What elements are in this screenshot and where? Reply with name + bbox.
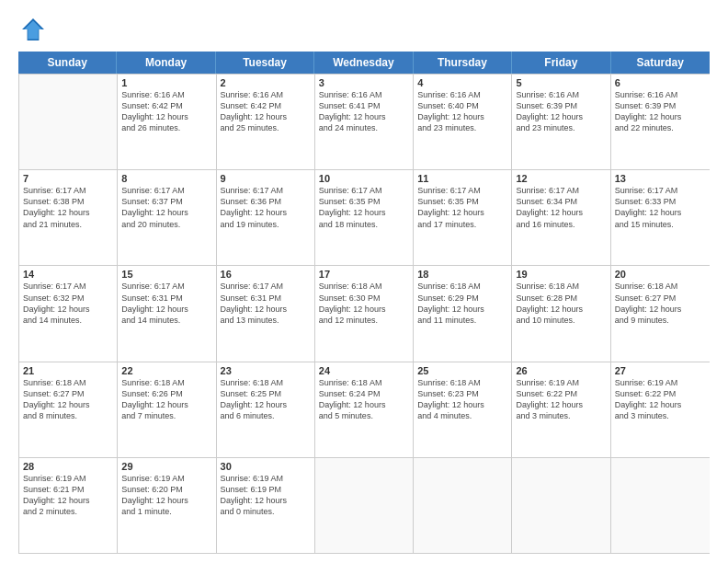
page: SundayMondayTuesdayWednesdayThursdayFrid… bbox=[0, 0, 728, 563]
cal-cell-5: 5Sunrise: 6:16 AM Sunset: 6:39 PM Daylig… bbox=[512, 75, 610, 169]
cal-cell-26: 26Sunrise: 6:19 AM Sunset: 6:22 PM Dayli… bbox=[512, 362, 610, 457]
cell-date-4: 4 bbox=[417, 77, 507, 88]
calendar-body: 1Sunrise: 6:16 AM Sunset: 6:42 PM Daylig… bbox=[18, 74, 710, 554]
cell-info-3: Sunrise: 6:16 AM Sunset: 6:41 PM Dayligh… bbox=[319, 89, 409, 134]
header-day-wednesday: Wednesday bbox=[314, 52, 413, 74]
cell-date-10: 10 bbox=[319, 173, 409, 184]
cell-info-17: Sunrise: 6:18 AM Sunset: 6:30 PM Dayligh… bbox=[319, 281, 409, 326]
cal-cell-27: 27Sunrise: 6:19 AM Sunset: 6:22 PM Dayli… bbox=[611, 362, 710, 457]
cal-cell-22: 22Sunrise: 6:18 AM Sunset: 6:26 PM Dayli… bbox=[118, 362, 216, 457]
cal-cell-17: 17Sunrise: 6:18 AM Sunset: 6:30 PM Dayli… bbox=[315, 266, 414, 361]
cell-date-5: 5 bbox=[516, 77, 606, 88]
cell-info-1: Sunrise: 6:16 AM Sunset: 6:42 PM Dayligh… bbox=[121, 89, 211, 134]
svg-marker-1 bbox=[24, 20, 41, 39]
calendar-row-4: 21Sunrise: 6:18 AM Sunset: 6:27 PM Dayli… bbox=[19, 362, 710, 458]
cell-info-24: Sunrise: 6:18 AM Sunset: 6:24 PM Dayligh… bbox=[319, 377, 409, 422]
cell-date-24: 24 bbox=[319, 365, 409, 376]
cal-cell-23: 23Sunrise: 6:18 AM Sunset: 6:25 PM Dayli… bbox=[217, 362, 315, 457]
cell-date-3: 3 bbox=[319, 77, 409, 88]
cal-cell-29: 29Sunrise: 6:19 AM Sunset: 6:20 PM Dayli… bbox=[118, 458, 216, 553]
cal-cell-21: 21Sunrise: 6:18 AM Sunset: 6:27 PM Dayli… bbox=[19, 362, 118, 457]
cell-date-14: 14 bbox=[23, 269, 113, 280]
cell-info-4: Sunrise: 6:16 AM Sunset: 6:40 PM Dayligh… bbox=[417, 89, 507, 134]
cell-info-8: Sunrise: 6:17 AM Sunset: 6:37 PM Dayligh… bbox=[121, 185, 211, 230]
cell-info-21: Sunrise: 6:18 AM Sunset: 6:27 PM Dayligh… bbox=[23, 377, 113, 422]
calendar-row-1: 1Sunrise: 6:16 AM Sunset: 6:42 PM Daylig… bbox=[19, 75, 710, 170]
cal-cell-8: 8Sunrise: 6:17 AM Sunset: 6:37 PM Daylig… bbox=[118, 170, 216, 265]
cell-info-9: Sunrise: 6:17 AM Sunset: 6:36 PM Dayligh… bbox=[221, 185, 311, 230]
cal-cell-19: 19Sunrise: 6:18 AM Sunset: 6:28 PM Dayli… bbox=[512, 266, 610, 361]
cell-info-15: Sunrise: 6:17 AM Sunset: 6:31 PM Dayligh… bbox=[121, 281, 211, 326]
cell-info-18: Sunrise: 6:18 AM Sunset: 6:29 PM Dayligh… bbox=[417, 281, 507, 326]
cell-info-10: Sunrise: 6:17 AM Sunset: 6:35 PM Dayligh… bbox=[319, 185, 409, 230]
cell-date-22: 22 bbox=[121, 365, 211, 376]
cal-cell-10: 10Sunrise: 6:17 AM Sunset: 6:35 PM Dayli… bbox=[315, 170, 414, 265]
calendar-row-5: 28Sunrise: 6:19 AM Sunset: 6:21 PM Dayli… bbox=[19, 458, 710, 554]
cal-cell-7: 7Sunrise: 6:17 AM Sunset: 6:38 PM Daylig… bbox=[19, 170, 118, 265]
cell-date-2: 2 bbox=[221, 77, 311, 88]
header bbox=[18, 15, 710, 44]
cell-date-23: 23 bbox=[221, 365, 311, 376]
calendar: SundayMondayTuesdayWednesdayThursdayFrid… bbox=[18, 52, 710, 554]
header-day-saturday: Saturday bbox=[611, 52, 710, 74]
logo bbox=[18, 15, 51, 44]
cal-cell-16: 16Sunrise: 6:17 AM Sunset: 6:31 PM Dayli… bbox=[217, 266, 315, 361]
cal-cell-24: 24Sunrise: 6:18 AM Sunset: 6:24 PM Dayli… bbox=[315, 362, 414, 457]
cell-info-26: Sunrise: 6:19 AM Sunset: 6:22 PM Dayligh… bbox=[516, 377, 606, 422]
cell-info-11: Sunrise: 6:17 AM Sunset: 6:35 PM Dayligh… bbox=[417, 185, 507, 230]
cell-date-30: 30 bbox=[221, 461, 311, 472]
cal-cell-11: 11Sunrise: 6:17 AM Sunset: 6:35 PM Dayli… bbox=[414, 170, 512, 265]
cell-date-8: 8 bbox=[121, 173, 211, 184]
cell-info-16: Sunrise: 6:17 AM Sunset: 6:31 PM Dayligh… bbox=[221, 281, 311, 326]
cal-cell-28: 28Sunrise: 6:19 AM Sunset: 6:21 PM Dayli… bbox=[19, 458, 118, 553]
header-day-monday: Monday bbox=[117, 52, 215, 74]
cell-date-18: 18 bbox=[417, 269, 507, 280]
cell-info-28: Sunrise: 6:19 AM Sunset: 6:21 PM Dayligh… bbox=[23, 473, 113, 518]
cell-info-13: Sunrise: 6:17 AM Sunset: 6:33 PM Dayligh… bbox=[615, 185, 706, 230]
logo-icon bbox=[18, 15, 48, 44]
cal-cell-12: 12Sunrise: 6:17 AM Sunset: 6:34 PM Dayli… bbox=[512, 170, 610, 265]
header-day-tuesday: Tuesday bbox=[216, 52, 314, 74]
cell-info-14: Sunrise: 6:17 AM Sunset: 6:32 PM Dayligh… bbox=[23, 281, 113, 326]
cell-date-19: 19 bbox=[516, 269, 606, 280]
calendar-row-3: 14Sunrise: 6:17 AM Sunset: 6:32 PM Dayli… bbox=[19, 266, 710, 362]
cell-date-25: 25 bbox=[417, 365, 507, 376]
cal-cell-4: 4Sunrise: 6:16 AM Sunset: 6:40 PM Daylig… bbox=[414, 75, 512, 169]
cell-date-11: 11 bbox=[417, 173, 507, 184]
cal-cell-9: 9Sunrise: 6:17 AM Sunset: 6:36 PM Daylig… bbox=[217, 170, 315, 265]
cell-date-15: 15 bbox=[121, 269, 211, 280]
cal-cell-25: 25Sunrise: 6:18 AM Sunset: 6:23 PM Dayli… bbox=[414, 362, 512, 457]
cell-info-25: Sunrise: 6:18 AM Sunset: 6:23 PM Dayligh… bbox=[417, 377, 507, 422]
cell-info-7: Sunrise: 6:17 AM Sunset: 6:38 PM Dayligh… bbox=[23, 185, 113, 230]
cell-info-5: Sunrise: 6:16 AM Sunset: 6:39 PM Dayligh… bbox=[516, 89, 606, 134]
cell-date-28: 28 bbox=[23, 461, 113, 472]
cell-date-6: 6 bbox=[615, 77, 706, 88]
cell-info-29: Sunrise: 6:19 AM Sunset: 6:20 PM Dayligh… bbox=[121, 473, 211, 518]
cell-date-21: 21 bbox=[23, 365, 113, 376]
cell-date-7: 7 bbox=[23, 173, 113, 184]
header-day-sunday: Sunday bbox=[18, 52, 117, 74]
cal-cell-empty bbox=[512, 458, 610, 553]
cal-cell-18: 18Sunrise: 6:18 AM Sunset: 6:29 PM Dayli… bbox=[414, 266, 512, 361]
cell-info-22: Sunrise: 6:18 AM Sunset: 6:26 PM Dayligh… bbox=[121, 377, 211, 422]
cal-cell-6: 6Sunrise: 6:16 AM Sunset: 6:39 PM Daylig… bbox=[611, 75, 710, 169]
cell-info-2: Sunrise: 6:16 AM Sunset: 6:42 PM Dayligh… bbox=[221, 89, 311, 134]
cal-cell-15: 15Sunrise: 6:17 AM Sunset: 6:31 PM Dayli… bbox=[118, 266, 216, 361]
cell-info-27: Sunrise: 6:19 AM Sunset: 6:22 PM Dayligh… bbox=[615, 377, 706, 422]
cal-cell-14: 14Sunrise: 6:17 AM Sunset: 6:32 PM Dayli… bbox=[19, 266, 118, 361]
cell-info-23: Sunrise: 6:18 AM Sunset: 6:25 PM Dayligh… bbox=[221, 377, 311, 422]
cell-date-13: 13 bbox=[615, 173, 706, 184]
cal-cell-empty bbox=[19, 75, 118, 169]
cal-cell-empty bbox=[611, 458, 710, 553]
cal-cell-empty bbox=[414, 458, 512, 553]
cell-info-20: Sunrise: 6:18 AM Sunset: 6:27 PM Dayligh… bbox=[615, 281, 706, 326]
calendar-header: SundayMondayTuesdayWednesdayThursdayFrid… bbox=[18, 52, 710, 74]
cell-info-19: Sunrise: 6:18 AM Sunset: 6:28 PM Dayligh… bbox=[516, 281, 606, 326]
header-day-friday: Friday bbox=[512, 52, 610, 74]
cal-cell-3: 3Sunrise: 6:16 AM Sunset: 6:41 PM Daylig… bbox=[315, 75, 414, 169]
cell-date-27: 27 bbox=[615, 365, 706, 376]
cell-date-9: 9 bbox=[221, 173, 311, 184]
cell-date-12: 12 bbox=[516, 173, 606, 184]
cell-date-26: 26 bbox=[516, 365, 606, 376]
cal-cell-empty bbox=[315, 458, 414, 553]
